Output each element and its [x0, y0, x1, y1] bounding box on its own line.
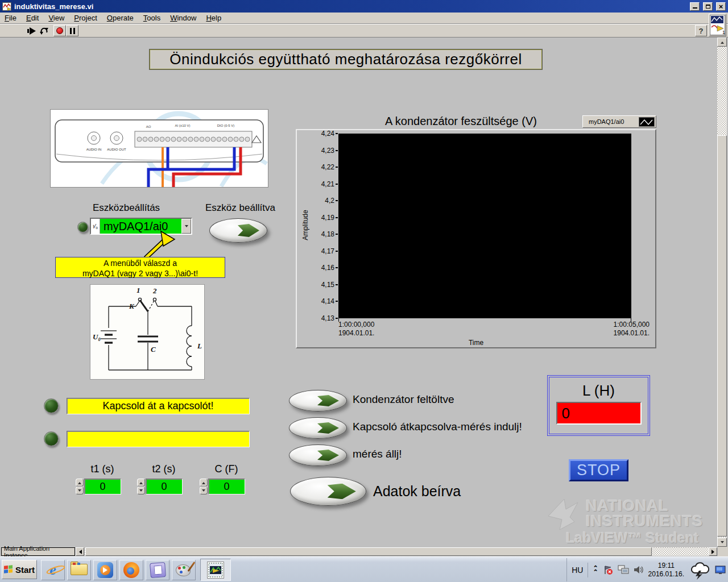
- menu-view[interactable]: View: [48, 14, 64, 22]
- vertical-scroll-thumb[interactable]: [717, 135, 727, 537]
- up-arrow-icon: [721, 40, 724, 44]
- switch-flipped-button[interactable]: [289, 417, 347, 439]
- horizontal-scrollbar[interactable]: [85, 547, 717, 556]
- t2-field[interactable]: 0: [146, 479, 183, 494]
- combo-dropdown-button[interactable]: [181, 219, 191, 234]
- switch-pos1-label: 1: [136, 286, 140, 294]
- switch-flipped-label: Kapcsoló átkapcsolva-mérés indulj!: [353, 421, 522, 433]
- app-instance-selector[interactable]: Main Application Instance: [1, 547, 75, 556]
- watermark-brand-line1: NATIONAL: [586, 498, 668, 514]
- active-task-labview[interactable]: [200, 559, 231, 581]
- up-arrow-icon: [78, 480, 81, 484]
- menu-bar: File Edit View Project Operate Tools Win…: [0, 13, 728, 24]
- menu-project[interactable]: Project: [74, 14, 97, 22]
- inductor-label: L: [197, 342, 202, 350]
- run-continuous-icon: [39, 27, 49, 35]
- scroll-up-button[interactable]: [717, 38, 727, 47]
- increment-button[interactable]: [76, 479, 84, 487]
- menu-operate[interactable]: Operate: [107, 14, 134, 22]
- x-end-date: 1904.01.01.: [614, 329, 650, 338]
- context-help-button[interactable]: ?: [695, 25, 707, 36]
- tray-clock[interactable]: 19:11 2016.01.16.: [648, 562, 684, 579]
- security-alert-flag-icon[interactable]: [603, 565, 613, 575]
- vertical-scrollbar[interactable]: [717, 38, 727, 547]
- abort-button[interactable]: [53, 25, 66, 36]
- menu-help[interactable]: Help: [206, 14, 221, 22]
- tray-chevron-icon[interactable]: ⌃⌃: [593, 566, 598, 574]
- legend-entry-label[interactable]: myDAQ1/ai0: [589, 118, 634, 125]
- minimize-button[interactable]: [690, 2, 700, 11]
- quicklaunch-office[interactable]: [146, 560, 169, 580]
- volume-speaker-icon[interactable]: [634, 565, 644, 575]
- decrement-button[interactable]: [137, 487, 145, 494]
- vi-count-badge: 1: [722, 30, 725, 35]
- down-arrow-icon: [139, 489, 143, 493]
- capacitor-charged-button[interactable]: [289, 390, 347, 411]
- data-entered-button[interactable]: [290, 477, 366, 506]
- y-tick: 4,24: [298, 130, 334, 138]
- quicklaunch-file-manager[interactable]: [67, 560, 91, 580]
- measure-stop-button[interactable]: [289, 444, 347, 466]
- pause-button[interactable]: [66, 25, 78, 36]
- decrement-button[interactable]: [200, 487, 208, 494]
- audio-out-label: AUDIO OUT: [107, 148, 126, 151]
- device-setup-led: [77, 222, 88, 232]
- quicklaunch-internet-explorer[interactable]: e: [41, 560, 65, 580]
- language-indicator[interactable]: HU: [572, 566, 583, 575]
- show-desktop-icon[interactable]: [715, 566, 726, 575]
- t1-field[interactable]: 0: [84, 479, 121, 494]
- abort-icon: [56, 27, 63, 34]
- start-button[interactable]: Start: [2, 560, 37, 579]
- status-bar: Main Application Instance: [0, 547, 728, 556]
- up-arrow-icon: [202, 480, 205, 484]
- scroll-down-button[interactable]: [717, 538, 727, 547]
- increment-button[interactable]: [137, 479, 145, 487]
- t1-spinner[interactable]: [76, 479, 84, 494]
- run-continuous-button[interactable]: [38, 25, 50, 36]
- chart-title: A kondenzátor feszültsége (V): [296, 115, 626, 128]
- message2-box: [67, 431, 250, 447]
- file-manager-icon: [71, 564, 88, 576]
- y-tick: 4,22: [298, 163, 334, 171]
- t2-spinner[interactable]: [137, 479, 145, 494]
- dio-group-label: DIO (0-5 V): [217, 124, 235, 127]
- message2-led: [44, 431, 59, 446]
- c-field[interactable]: 0: [208, 479, 245, 494]
- network-status-icon[interactable]: [618, 565, 629, 575]
- chart-legend[interactable]: myDAQ1/ai0: [582, 115, 656, 128]
- c-spinner[interactable]: [200, 479, 208, 494]
- quicklaunch-firefox[interactable]: [119, 560, 143, 580]
- message1-box: Kapcsold át a kapcsolót!: [67, 398, 250, 414]
- device-ready-button[interactable]: [209, 218, 267, 243]
- tooltip-pointer-arrow: [139, 230, 180, 259]
- x-end-time: 1:00:05,000: [614, 321, 650, 329]
- media-player-icon: [97, 562, 113, 578]
- device-ready-label: Eszköz beállítva: [205, 202, 275, 214]
- restore-button[interactable]: [703, 2, 713, 11]
- horizontal-scroll-thumb[interactable]: [85, 547, 652, 556]
- run-button[interactable]: [25, 25, 38, 36]
- button-arrow-icon: [317, 422, 339, 434]
- menu-file[interactable]: File: [5, 14, 16, 22]
- decrement-button[interactable]: [76, 487, 84, 494]
- menu-edit[interactable]: Edit: [26, 14, 39, 22]
- scroll-right-button[interactable]: [709, 547, 717, 556]
- quicklaunch-paint[interactable]: [172, 560, 196, 580]
- quicklaunch-media-player[interactable]: [93, 560, 117, 580]
- menu-window[interactable]: Window: [170, 14, 196, 22]
- source-label: U₀: [93, 332, 101, 341]
- down-arrow-icon: [721, 541, 724, 545]
- vi-icon-button[interactable]: 1: [709, 14, 726, 36]
- instance-back-button[interactable]: [76, 547, 84, 556]
- increment-button[interactable]: [200, 479, 208, 487]
- menu-tools[interactable]: Tools: [143, 14, 160, 22]
- stop-button[interactable]: STOP: [569, 459, 628, 481]
- close-button[interactable]: ×: [716, 2, 726, 11]
- circuit-diagram-image: 1 2 K U₀ C L: [90, 284, 205, 380]
- watermark-brand-line2: INSTRUMENTS: [586, 513, 703, 529]
- legend-plot-style-icon[interactable]: [639, 117, 655, 127]
- down-arrow-icon: [78, 489, 81, 493]
- weather-cloud-icon[interactable]: [689, 560, 710, 580]
- window-titlebar[interactable]: induktivitas_merese.vi ×: [0, 0, 728, 13]
- io-glyph-icon: ¹⁄₀: [91, 219, 100, 234]
